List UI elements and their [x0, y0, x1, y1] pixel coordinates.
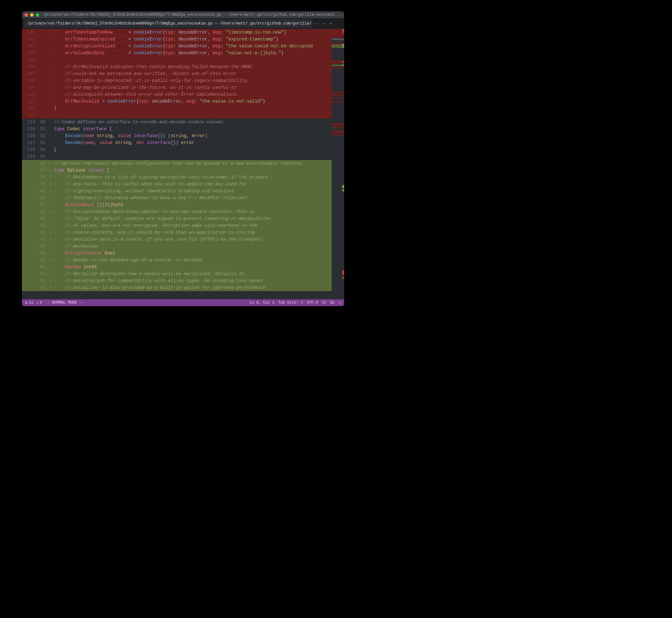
code-area[interactable]: 101-›errTimestampTooNew······=·cookieErr…: [22, 29, 331, 299]
indent-guide: ›: [53, 229, 57, 236]
minimap-region[interactable]: [331, 134, 344, 135]
code-line[interactable]: 44+›//·'false'·by·default:·cookies·are·s…: [22, 215, 331, 222]
gutter-right: 50: [37, 256, 47, 264]
gutter-left: [22, 160, 37, 167]
code-line[interactable]: 52+›//·Serialize·determines·how·a·cookie…: [22, 271, 331, 277]
code-line[interactable]: 42+›RotatedKeys·[][32]byte: [22, 201, 331, 208]
indent-guide: ›: [53, 181, 57, 188]
code-line[interactable]: 47+›//·sensitive·data·in·a·cookie.·If·yo…: [22, 236, 331, 243]
code-line[interactable]: 106-›//·ErrMacInvalid·indicates·that·coo…: [22, 63, 331, 70]
code-line[interactable]: 107-›//·could·not·be·extracted·and·verif…: [22, 70, 331, 77]
code-line[interactable]: 38+›//·RotatedKeys·is·a·list·of·signing/…: [22, 174, 331, 181]
code-line[interactable]: 111-›ErrMacInvalid·=·cookieError{typ:·de…: [22, 98, 331, 105]
code-line[interactable]: 11531type·Codec·interface·{: [22, 125, 331, 132]
minimap-region[interactable]: [331, 127, 344, 128]
minimap-region[interactable]: [331, 38, 344, 40]
gutter-left: 118: [22, 146, 37, 153]
code-line[interactable]: 50+›//·MaxAge·is·the·maximum·age·of·a·co…: [22, 256, 331, 264]
code-line[interactable]: 102-›errTimestampExpired·····=·cookieErr…: [22, 36, 331, 43]
indent-guide: ›: [53, 243, 57, 250]
code-line[interactable]: 11935: [22, 153, 331, 160]
close-icon[interactable]: [24, 13, 28, 17]
code-line[interactable]: 109-›//·and·may·be·privatized·in·the·fut…: [22, 84, 331, 91]
code-line[interactable]: 45+›//·of·values,·but·are·not·encrypted.…: [22, 222, 331, 229]
code-line[interactable]: 104-›errValueNotByte·········=·cookieErr…: [22, 49, 331, 57]
minimap-region[interactable]: [331, 130, 344, 133]
cursor-position[interactable]: Ln 8, Col 1: [250, 301, 274, 305]
indent-guide: ›: [53, 70, 57, 77]
minimap-region[interactable]: [331, 101, 344, 102]
tab-diff-file[interactable]: /private/var/folders/3k/30m3dj_57dv9c2n4…: [24, 19, 312, 28]
code-line[interactable]: 11632›Encode(name·string,·value·interfac…: [22, 132, 331, 139]
code-line[interactable]: 48+›//·mechanism.: [22, 243, 331, 250]
gutter-left: 113: [22, 112, 37, 119]
back-icon[interactable]: ←: [315, 21, 318, 26]
gutter-left: 103: [22, 43, 37, 49]
code-line[interactable]: 54+›//·serializer·is·also·provided·as·a·…: [22, 284, 331, 291]
diff-marker: +: [47, 195, 53, 201]
titlebar[interactable]: /private/var/folders/3k/30m3dj_57dv9c2n4…: [22, 11, 344, 18]
feedback-icon[interactable]: [339, 300, 341, 305]
code-line[interactable]: 112-): [22, 105, 331, 112]
gutter-left: 101: [22, 29, 37, 36]
code-line[interactable]: 51+›MaxAge·int64: [22, 264, 331, 271]
code-line[interactable]: 40+›//·signing/encrypting,·without·immed…: [22, 188, 331, 195]
code-content: //·and·may·be·privatized·in·the·future,·…: [64, 84, 331, 91]
code-line[interactable]: 11834}: [22, 146, 331, 153]
encoding[interactable]: UTF-8: [307, 301, 318, 305]
gutter-right: [37, 105, 47, 112]
gutter-left: [22, 181, 37, 188]
code-line[interactable]: 53+›//·encoding/gob·for·compatibility·wi…: [22, 277, 331, 284]
code-line[interactable]: 36+//·Options·represents·optional·config…: [22, 160, 331, 167]
code-line[interactable]: 101-›errTimestampTooNew······=·cookieErr…: [22, 29, 331, 36]
minimap-region[interactable]: [331, 95, 344, 96]
code-content: errValueNotByte·········=·cookieError{ty…: [64, 49, 331, 57]
indent-guide: ›: [53, 264, 57, 271]
minimap-region[interactable]: [331, 67, 344, 68]
forward-icon[interactable]: →: [322, 21, 325, 26]
code-line[interactable]: 11733›Decode(name,·value·string,·dst·int…: [22, 139, 331, 146]
code-line[interactable]: 41+›//·TODO(matt):·Determine·whether·to·…: [22, 195, 331, 201]
error-count[interactable]: 11: [25, 300, 33, 305]
code-content: //·of·values,·but·are·not·encrypted.·Enc…: [64, 222, 331, 229]
minimap-region[interactable]: [331, 92, 344, 94]
warning-icon: [36, 301, 38, 305]
code-content: EncryptCookies·bool: [64, 250, 331, 256]
gutter-right: 47: [37, 236, 47, 243]
more-icon[interactable]: ⋯: [329, 21, 332, 26]
code-line[interactable]: 43+›//·EncryptCookies·determines·whether…: [22, 208, 331, 215]
minimap-region[interactable]: [331, 123, 344, 125]
zoom-icon[interactable]: [36, 13, 39, 17]
code-content: //·'false'·by·default:·cookies·are·signe…: [64, 215, 331, 222]
code-line[interactable]: 49+›EncryptCookies·bool: [22, 250, 331, 256]
minimap-region[interactable]: [331, 97, 344, 99]
code-content: errTimestampExpired·····=·cookieError{ty…: [64, 36, 331, 43]
code-line[interactable]: 39+›//·key·fails.·This·is·useful·when·yo…: [22, 181, 331, 188]
minimize-icon[interactable]: [30, 13, 33, 17]
code-line[interactable]: 110-›//·distinguish·between·this·error·a…: [22, 91, 331, 98]
code-line[interactable]: 105-: [22, 57, 331, 63]
diff-marker: +: [47, 222, 53, 229]
minimap-edge: [342, 46, 344, 48]
code-line[interactable]: 11430//·Codec·defines·an·interface·to·en…: [22, 119, 331, 125]
diff-marker: +: [47, 188, 53, 195]
minimap-edge: [342, 29, 344, 32]
gutter-left: [22, 222, 37, 229]
gutter-left: [22, 284, 37, 291]
gutter-left: 117: [22, 139, 37, 146]
line-ending[interactable]: LF: [322, 301, 326, 305]
code-line[interactable]: 108-›//·variable·is·deprecated;·it·is·pu…: [22, 77, 331, 84]
code-line[interactable]: 37+type·Options·struct·{: [22, 167, 331, 174]
code-line[interactable]: 103-›errDecryptionFailed·····=·cookieErr…: [22, 43, 331, 49]
gutter-left: 108: [22, 77, 37, 84]
gutter-left: 102: [22, 36, 37, 43]
minimap[interactable]: [331, 29, 344, 299]
code-line[interactable]: 113-: [22, 112, 331, 119]
warning-count[interactable]: 0: [36, 301, 42, 305]
diff-marker: -: [47, 43, 53, 49]
tab-size[interactable]: Tab Size: 4: [278, 301, 303, 305]
diff-marker: +: [47, 277, 53, 284]
code-line[interactable]: 46+›//·cookie·contents,·and·it·should·be…: [22, 229, 331, 236]
language-mode[interactable]: Go: [330, 301, 334, 305]
indent-guide: ›: [53, 271, 57, 277]
